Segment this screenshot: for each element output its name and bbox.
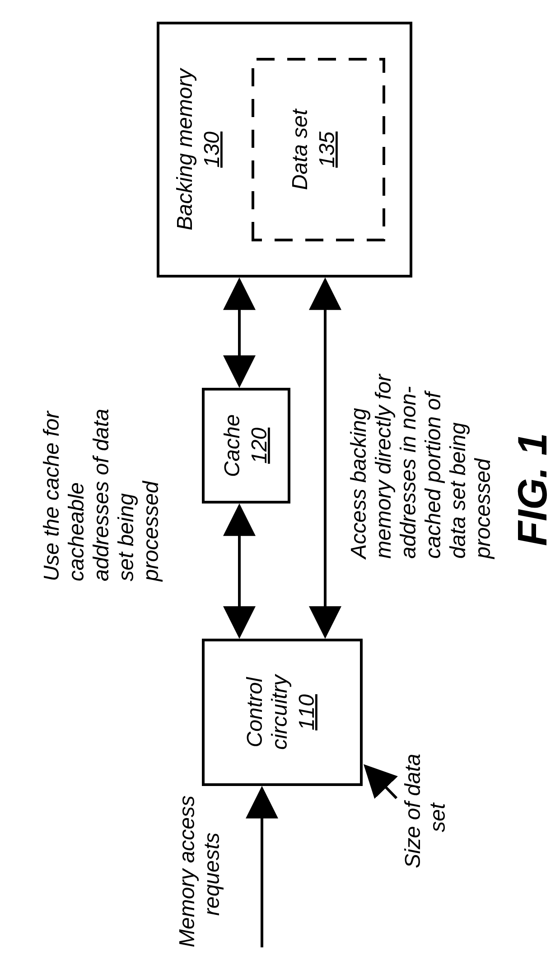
- control-title: Control: [243, 677, 266, 747]
- control-subtitle: circuitry: [267, 673, 291, 749]
- cache-ref: 120: [247, 428, 271, 464]
- control-ref: 110: [294, 694, 318, 730]
- cache-title: Cache: [220, 414, 244, 477]
- use-cache-l4: set being: [114, 493, 138, 581]
- use-cache-l3: addresses of data: [89, 409, 113, 581]
- access-backing-l6: processed: [471, 458, 495, 560]
- dataset-title: Data set: [288, 108, 312, 190]
- figure-1: Memory access requests Size of data set …: [0, 0, 560, 979]
- size-label-l1: Size of data: [401, 754, 425, 869]
- memory-ref: 130: [200, 132, 224, 168]
- use-cache-l1: Use the cache for: [39, 410, 63, 581]
- size-label-l2: set: [425, 802, 449, 832]
- use-cache-l5: processed: [139, 480, 163, 582]
- access-backing-l5: data set being: [446, 422, 470, 559]
- arrow-size-to-control: [366, 767, 397, 798]
- figure-label: FIG. 1: [510, 433, 555, 546]
- cache-block: [203, 389, 289, 502]
- memory-title: Backing memory: [173, 67, 196, 230]
- access-backing-l1: Access backing: [346, 408, 370, 560]
- access-backing-l2: memory directly for: [371, 373, 395, 559]
- dataset-ref: 135: [315, 132, 339, 168]
- access-backing-l3: addresses in non-: [396, 386, 420, 559]
- memory-access-label-l1: Memory access: [175, 795, 199, 947]
- memory-access-label-l2: requests: [200, 833, 224, 916]
- access-backing-l4: cached portion of: [421, 390, 445, 559]
- use-cache-l2: cacheable: [64, 482, 88, 581]
